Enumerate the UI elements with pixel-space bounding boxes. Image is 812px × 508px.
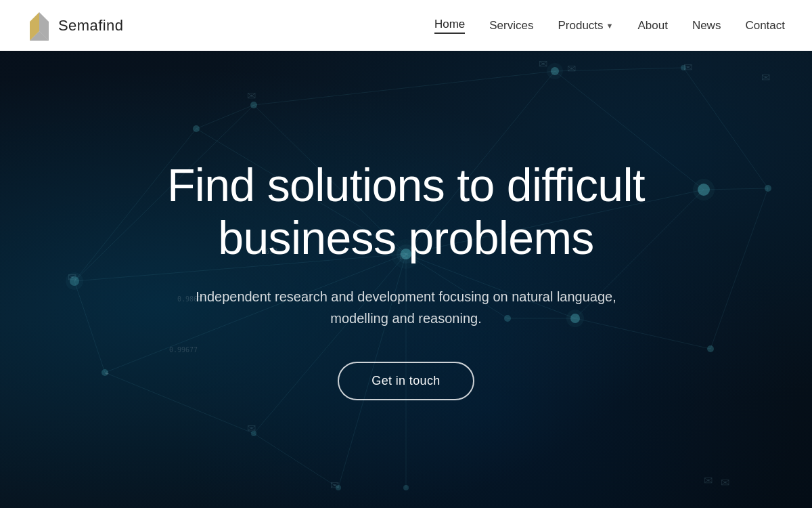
- products-dropdown-arrow: ▼: [606, 22, 614, 30]
- nav-services[interactable]: Services: [489, 19, 533, 33]
- logo-link[interactable]: Semafind: [27, 11, 123, 41]
- hero-content: Find solutions to difficult business pro…: [0, 0, 812, 508]
- nav-news[interactable]: News: [692, 19, 721, 33]
- nav-products-link[interactable]: Products: [558, 19, 603, 33]
- nav-home[interactable]: Home: [434, 18, 465, 34]
- hero-title: Find solutions to difficult business pro…: [102, 158, 710, 264]
- logo-icon: [27, 11, 51, 41]
- hero-subtitle: Independent research and development foc…: [186, 286, 626, 329]
- main-nav: Home Services Products ▼ About News Cont…: [434, 18, 785, 34]
- brand-name: Semafind: [58, 17, 123, 35]
- hero-section: ✉ ✉ ✉ ✉ ✉ ✉ ✉ ✉ ✉ ✉ ✉ 0.99677 0.99677 0.…: [0, 0, 812, 508]
- nav-products[interactable]: Products ▼: [558, 19, 613, 33]
- nav-about[interactable]: About: [637, 19, 667, 33]
- site-header: Semafind Home Services Products ▼ About …: [0, 0, 812, 51]
- nav-contact[interactable]: Contact: [745, 19, 785, 33]
- get-in-touch-button[interactable]: Get in touch: [338, 362, 474, 400]
